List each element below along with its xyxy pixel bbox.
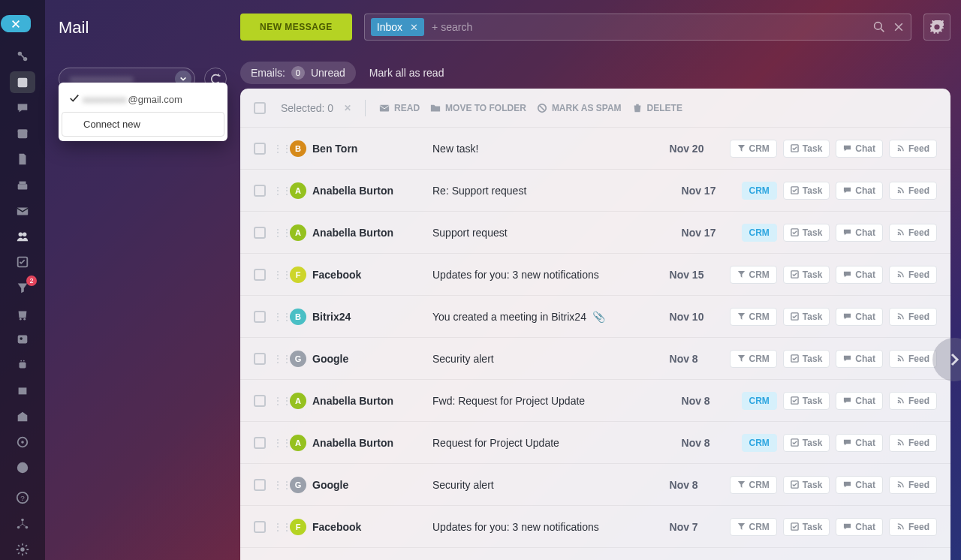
tag-crm[interactable]: CRM xyxy=(742,224,777,242)
drag-handle[interactable]: ⋮⋮ xyxy=(273,396,284,405)
rail-icon-box[interactable] xyxy=(10,380,35,401)
tag-task[interactable]: Task xyxy=(783,308,830,326)
rail-close-button[interactable] xyxy=(1,15,31,32)
drag-handle[interactable]: ⋮⋮ xyxy=(273,228,284,237)
tag-task[interactable]: Task xyxy=(783,224,830,242)
rail-icon-filter[interactable]: 2 xyxy=(10,277,35,298)
connect-new-option[interactable]: Connect new xyxy=(62,112,224,137)
rail-icon-target[interactable] xyxy=(10,432,35,453)
tag-task[interactable]: Task xyxy=(783,140,830,158)
email-row[interactable]: ⋮⋮GGoogleSecurity alert Nov 8CRMTaskChat… xyxy=(240,464,950,506)
rail-icon-settings[interactable] xyxy=(10,539,35,560)
rail-icon-tasks[interactable] xyxy=(10,251,35,272)
rail-icon-drive[interactable] xyxy=(10,174,35,195)
rail-icon-activity[interactable] xyxy=(10,46,35,67)
clear-selection-icon[interactable]: ✕ xyxy=(344,103,351,113)
rail-icon-docs[interactable] xyxy=(10,149,35,170)
tag-chat[interactable]: Chat xyxy=(836,476,883,494)
search-clear-icon[interactable] xyxy=(893,21,905,33)
rail-icon-sitemap[interactable] xyxy=(10,513,35,534)
tag-chat[interactable]: Chat xyxy=(836,518,883,536)
tag-close-icon[interactable]: ✕ xyxy=(410,22,418,33)
row-checkbox[interactable] xyxy=(254,143,266,155)
tag-task[interactable]: Task xyxy=(783,266,830,284)
rail-icon-help[interactable]: ? xyxy=(10,487,35,508)
email-row[interactable]: ⋮⋮BBen TornNew task! Nov 20CRMTaskChatFe… xyxy=(240,128,950,170)
settings-button[interactable] xyxy=(923,14,950,41)
tag-feed[interactable]: Feed xyxy=(889,518,937,536)
search-bar[interactable]: Inbox ✕ xyxy=(364,14,911,41)
drag-handle[interactable]: ⋮⋮ xyxy=(273,480,284,489)
tag-task[interactable]: Task xyxy=(783,392,830,410)
search-filter-tag[interactable]: Inbox ✕ xyxy=(371,18,424,36)
action-delete[interactable]: DELETE xyxy=(632,103,682,113)
tag-crm[interactable]: CRM xyxy=(730,350,777,368)
rail-icon-mail[interactable] xyxy=(10,200,35,221)
tag-feed[interactable]: Feed xyxy=(889,140,937,158)
tag-crm[interactable]: CRM xyxy=(742,434,777,452)
tag-feed[interactable]: Feed xyxy=(889,392,937,410)
tag-chat[interactable]: Chat xyxy=(836,308,883,326)
tag-chat[interactable]: Chat xyxy=(836,434,883,452)
email-row[interactable]: ⋮⋮FFacebookUpdates for you: 3 new notifi… xyxy=(240,254,950,296)
tag-feed[interactable]: Feed xyxy=(889,350,937,368)
tag-task[interactable]: Task xyxy=(783,476,830,494)
drag-handle[interactable]: ⋮⋮ xyxy=(273,522,284,531)
tag-feed[interactable]: Feed xyxy=(889,266,937,284)
email-row[interactable]: ⋮⋮AAnabella BurtonRequest for Project Up… xyxy=(240,422,950,464)
tag-crm[interactable]: CRM xyxy=(730,476,777,494)
action-spam[interactable]: MARK AS SPAM xyxy=(537,103,622,113)
tag-crm[interactable]: CRM xyxy=(730,518,777,536)
tag-feed[interactable]: Feed xyxy=(889,182,937,200)
row-checkbox[interactable] xyxy=(254,395,266,407)
new-message-button[interactable]: NEW MESSAGE xyxy=(240,14,352,41)
row-checkbox[interactable] xyxy=(254,479,266,491)
tag-chat[interactable]: Chat xyxy=(836,182,883,200)
rail-icon-shop[interactable] xyxy=(10,303,35,324)
tag-feed[interactable]: Feed xyxy=(889,308,937,326)
rail-icon-check[interactable] xyxy=(10,457,35,478)
email-row[interactable]: ⋮⋮AAnabella BurtonSupport request Nov 17… xyxy=(240,212,950,254)
email-row[interactable]: ⋮⋮GGoogleSecurity alert Nov 8CRMTaskChat… xyxy=(240,338,950,380)
tag-task[interactable]: Task xyxy=(783,350,830,368)
drag-handle[interactable]: ⋮⋮ xyxy=(273,270,284,279)
tag-chat[interactable]: Chat xyxy=(836,224,883,242)
drag-handle[interactable]: ⋮⋮ xyxy=(273,186,284,195)
tag-feed[interactable]: Feed xyxy=(889,476,937,494)
tag-feed[interactable]: Feed xyxy=(889,434,937,452)
rail-icon-feed[interactable] xyxy=(10,71,35,92)
email-row[interactable]: ⋮⋮FFacebookUpdates for you: 3 new notifi… xyxy=(240,506,950,548)
rail-icon-groups[interactable] xyxy=(10,226,35,247)
email-row[interactable]: ⋮⋮BBitrix24You created a meeting in Bitr… xyxy=(240,296,950,338)
tag-feed[interactable]: Feed xyxy=(889,224,937,242)
row-checkbox[interactable] xyxy=(254,521,266,533)
tag-chat[interactable]: Chat xyxy=(836,350,883,368)
tag-task[interactable]: Task xyxy=(783,518,830,536)
row-checkbox[interactable] xyxy=(254,353,266,365)
rail-icon-contacts[interactable] xyxy=(10,329,35,350)
action-move[interactable]: MOVE TO FOLDER xyxy=(430,103,526,113)
drag-handle[interactable]: ⋮⋮ xyxy=(273,438,284,447)
rail-icon-company[interactable] xyxy=(10,406,35,427)
tag-crm[interactable]: CRM xyxy=(742,182,777,200)
tag-crm[interactable]: CRM xyxy=(730,266,777,284)
tag-crm[interactable]: CRM xyxy=(742,392,777,410)
email-row[interactable]: ⋮⋮AAnabella BurtonRe: Support request No… xyxy=(240,170,950,212)
select-all-checkbox[interactable] xyxy=(254,102,266,114)
drag-handle[interactable]: ⋮⋮ xyxy=(273,144,284,153)
tag-crm[interactable]: CRM xyxy=(730,308,777,326)
row-checkbox[interactable] xyxy=(254,311,266,323)
row-checkbox[interactable] xyxy=(254,269,266,281)
drag-handle[interactable]: ⋮⋮ xyxy=(273,354,284,363)
tag-chat[interactable]: Chat xyxy=(836,266,883,284)
tag-chat[interactable]: Chat xyxy=(836,392,883,410)
rail-icon-calendar[interactable] xyxy=(10,123,35,144)
rail-icon-chat[interactable] xyxy=(10,98,35,119)
drag-handle[interactable]: ⋮⋮ xyxy=(273,312,284,321)
tag-chat[interactable]: Chat xyxy=(836,140,883,158)
account-option[interactable]: xxxxxxxxx @gmail.com xyxy=(62,87,224,112)
tag-task[interactable]: Task xyxy=(783,182,830,200)
email-row[interactable]: ⋮⋮AAnabella BurtonFwd: Request for Proje… xyxy=(240,380,950,422)
search-icon[interactable] xyxy=(873,21,885,33)
row-checkbox[interactable] xyxy=(254,437,266,449)
